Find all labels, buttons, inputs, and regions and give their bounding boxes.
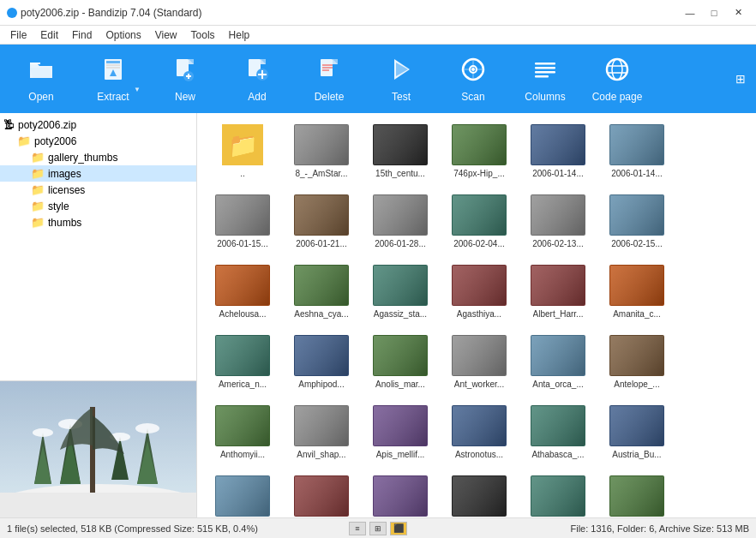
status-color-btn[interactable]: ⬛	[390, 522, 407, 535]
file-item[interactable]: Anolis_mar...	[362, 331, 439, 399]
file-item[interactable]: Anta_orca_...	[519, 331, 597, 399]
extract-arrow: ▼	[134, 86, 141, 93]
tree-item-label: images	[48, 168, 81, 180]
svg-rect-7	[189, 59, 194, 64]
file-item[interactable]: 8_-_AmStar...	[283, 120, 360, 188]
columns-label: Columns	[525, 91, 565, 103]
toolbar-test-button[interactable]: Test	[367, 49, 435, 109]
file-thumbnail	[373, 475, 428, 517]
status-view-list[interactable]: ≡	[349, 522, 366, 535]
title-bar-controls: — □ ✕	[679, 4, 749, 21]
file-item[interactable]: 746px-Hip_...	[441, 120, 518, 188]
file-item[interactable]: Amphipod...	[283, 331, 360, 399]
toolbar-columns-button[interactable]: Columns	[511, 49, 579, 109]
file-name: 15th_centu...	[375, 169, 425, 179]
file-item[interactable]: Anthomyii...	[204, 401, 281, 469]
file-name: Agassiz_sta...	[374, 309, 427, 320]
file-item[interactable]: 15th_centu...	[362, 120, 439, 188]
file-item[interactable]: 2006-01-14...	[598, 120, 675, 188]
file-item[interactable]: Berlin_Worl...	[204, 471, 281, 517]
title-bar: poty2006.zip - Bandizip 7.04 (Standard) …	[0, 0, 756, 26]
file-item[interactable]: Agassiz_sta...	[362, 260, 439, 329]
file-item[interactable]: Bill_Thom...	[283, 471, 360, 517]
toolbar: Open Extract ▼ New	[0, 45, 756, 113]
file-thumbnail	[531, 335, 585, 376]
minimize-button[interactable]: —	[679, 4, 701, 21]
file-item[interactable]: Agasthiya...	[441, 260, 518, 329]
file-name: Austria_Bu...	[612, 450, 661, 460]
file-item[interactable]: Brazilian_N...	[598, 471, 675, 517]
open-icon	[27, 56, 55, 89]
file-item[interactable]: Boelge_sto...	[519, 471, 597, 517]
file-item[interactable]: Antelope_...	[598, 331, 675, 399]
file-item[interactable]: Apis_mellif...	[362, 401, 439, 469]
file-item[interactable]: Black-head...	[441, 471, 518, 517]
file-item[interactable]: Ant_worker...	[441, 331, 518, 399]
file-name: Agasthiya...	[457, 309, 501, 320]
menu-item-options[interactable]: Options	[99, 26, 147, 44]
tree-item-style[interactable]: 📁style	[0, 198, 196, 214]
file-thumbnail	[215, 475, 270, 517]
file-thumbnail	[531, 265, 585, 306]
menu-item-help[interactable]: Help	[222, 26, 257, 44]
file-thumbnail	[531, 194, 585, 236]
tree-item-gallery_thumbs[interactable]: 📁gallery_thumbs	[0, 149, 196, 165]
close-button[interactable]: ✕	[727, 4, 749, 21]
tree-item-poty2006[interactable]: 📁poty2006	[0, 133, 196, 149]
file-name: 2006-01-28...	[375, 239, 426, 249]
toolbar-codepage-button[interactable]: Code page	[583, 49, 651, 109]
toolbar-scan-button[interactable]: Scan	[439, 49, 507, 109]
new-label: New	[175, 91, 195, 103]
file-item[interactable]: 2006-01-28...	[362, 190, 439, 259]
file-name: 2006-02-04...	[453, 239, 505, 249]
menu-item-file[interactable]: File	[3, 26, 33, 44]
svg-rect-28	[535, 71, 555, 74]
file-item[interactable]: Achelousa...	[204, 260, 281, 329]
file-name: 2006-01-21...	[296, 239, 347, 249]
file-grid-area[interactable]: 📁..8_-_AmStar...15th_centu...746px-Hip_.…	[197, 113, 756, 517]
file-thumbnail	[294, 475, 349, 517]
file-item[interactable]: Albert_Harr...	[519, 260, 597, 329]
file-item[interactable]: 📁..	[204, 120, 281, 188]
file-item[interactable]: Austria_Bu...	[598, 401, 675, 469]
file-item[interactable]: 2006-01-21...	[283, 190, 360, 259]
file-thumbnail	[373, 265, 428, 306]
tree-item-label: poty2006.zip	[18, 119, 76, 131]
file-name: Astronotus...	[455, 450, 503, 460]
file-item[interactable]: Bismuth_cr...	[362, 471, 439, 517]
svg-rect-3	[106, 64, 120, 66]
svg-rect-15	[258, 74, 267, 75]
file-item[interactable]: 2006-01-15...	[204, 190, 281, 259]
toolbar-add-button[interactable]: Add	[223, 49, 291, 109]
file-item[interactable]: Athabasca_...	[519, 401, 597, 469]
file-item[interactable]: Anvil_shap...	[283, 401, 360, 469]
file-item[interactable]: 2006-02-15...	[598, 190, 675, 259]
menu-item-find[interactable]: Find	[65, 26, 99, 44]
file-thumbnail	[531, 124, 585, 165]
menu-item-edit[interactable]: Edit	[33, 26, 65, 44]
file-item[interactable]: America_n...	[204, 331, 281, 399]
menu-item-tools[interactable]: Tools	[184, 26, 222, 44]
tree-item-root[interactable]: 🗜poty2006.zip	[0, 117, 196, 133]
file-name: 8_-_AmStar...	[295, 169, 347, 179]
file-item[interactable]: 2006-01-14...	[519, 120, 597, 188]
file-item[interactable]: Amanita_c...	[598, 260, 675, 329]
maximize-button[interactable]: □	[703, 4, 725, 21]
toolbar-new-button[interactable]: New	[151, 49, 219, 109]
file-name: Antelope_...	[614, 380, 659, 390]
status-view-grid[interactable]: ⊞	[369, 522, 387, 535]
file-item[interactable]: 2006-02-13...	[519, 190, 597, 259]
tree-item-images[interactable]: 📁images	[0, 165, 196, 182]
file-item[interactable]: Aeshna_cya...	[283, 260, 360, 329]
file-name: 2006-02-13...	[532, 239, 584, 249]
tree-item-thumbs[interactable]: 📁thumbs	[0, 214, 196, 230]
grid-toggle-button[interactable]: ⊞	[732, 69, 749, 89]
file-item[interactable]: Astronotus...	[441, 401, 518, 469]
file-item[interactable]: 2006-02-04...	[441, 190, 518, 259]
toolbar-delete-button[interactable]: Delete	[295, 49, 363, 109]
tree-item-licenses[interactable]: 📁licenses	[0, 182, 196, 198]
folder-icon: 📁	[31, 167, 45, 180]
menu-item-view[interactable]: View	[148, 26, 184, 44]
toolbar-extract-button[interactable]: Extract ▼	[79, 49, 147, 109]
toolbar-open-button[interactable]: Open	[7, 49, 75, 109]
